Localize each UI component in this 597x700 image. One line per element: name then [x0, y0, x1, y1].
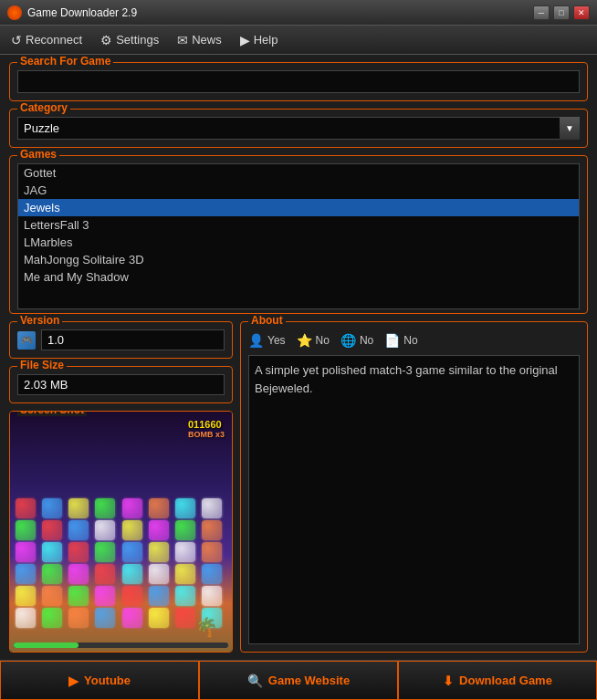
doc-icon: 📄 [384, 333, 400, 348]
version-icon: 🎮 [17, 331, 36, 350]
gem-cell [68, 498, 89, 518]
menu-news[interactable]: ✉ News [170, 29, 229, 51]
game-item[interactable]: LMarbles [18, 234, 579, 251]
gem-cell [95, 542, 115, 562]
reconnect-icon: ↺ [11, 33, 22, 47]
maximize-button[interactable]: □ [553, 5, 570, 20]
gem-cell [16, 586, 36, 606]
gem-cell [95, 586, 115, 606]
title-bar-controls: ─ □ ✕ [533, 5, 590, 20]
help-icon: ▶ [240, 33, 250, 47]
gem-cell [42, 520, 62, 540]
screenshot-canvas: 011660 BOMB x3 🌴 [10, 412, 232, 652]
close-button[interactable]: ✕ [573, 5, 590, 20]
btn-icon: 🔍 [247, 674, 263, 688]
gem-cell [16, 608, 36, 628]
version-input-wrapper: 🎮 [17, 329, 225, 350]
gem-cell [95, 564, 115, 584]
game-item[interactable]: MahJongg Solitaire 3D [18, 251, 579, 268]
about-icon-label: No [360, 334, 373, 347]
about-group: About 👤Yes⭐No🌐No📄No A simple yet polishe… [240, 321, 588, 653]
screenshot-label: Screen Shot [17, 411, 87, 416]
category-select-wrapper: Puzzle Action Arcade Strategy RPG Sports… [17, 113, 580, 140]
gem-cell [149, 542, 169, 562]
games-list[interactable]: GottetJAGJewelsLettersFall 3LMarblesMahJ… [17, 163, 580, 309]
version-input[interactable] [41, 329, 225, 350]
game-item[interactable]: Jewels [18, 199, 579, 216]
person-icon: 👤 [248, 333, 264, 348]
about-icon-item: 👤Yes [248, 333, 286, 348]
gem-cell [16, 542, 36, 562]
app-icon [7, 5, 22, 20]
game-item[interactable]: Me and My Shadow [18, 268, 579, 286]
menu-help-label: Help [254, 33, 278, 47]
game-item[interactable]: LettersFall 3 [18, 216, 579, 234]
game-item[interactable]: Gottet [18, 164, 579, 182]
settings-icon: ⚙ [100, 33, 112, 47]
gem-cell [68, 520, 89, 540]
left-panel: Version 🎮 File Size Screen Shot 011660 B… [9, 321, 233, 653]
gem-cell [42, 498, 62, 518]
search-input[interactable] [17, 70, 580, 93]
score-overlay: 011660 BOMB x3 [188, 419, 225, 439]
news-icon: ✉ [177, 33, 188, 47]
btn-icon: ▶ [68, 674, 79, 688]
downloadgame-btn[interactable]: ⬇Download Game [398, 661, 597, 700]
btn-label: Youtube [84, 674, 131, 687]
search-label: Search For Game [17, 55, 113, 68]
menu-settings[interactable]: ⚙ Settings [93, 29, 166, 51]
gem-cell [149, 498, 169, 518]
title-bar: Game Downloader 2.9 ─ □ ✕ [0, 0, 597, 26]
bottom-buttons: ▶Youtube🔍Game Website⬇Download Game [0, 660, 597, 700]
youtube-btn[interactable]: ▶Youtube [0, 661, 199, 700]
game-item[interactable]: JAG [18, 182, 579, 199]
menu-bar: ↺ Reconnect ⚙ Settings ✉ News ▶ Help [0, 26, 597, 55]
title-bar-text: Game Downloader 2.9 [27, 6, 533, 19]
about-icon-label: No [403, 334, 417, 347]
category-select[interactable]: Puzzle Action Arcade Strategy RPG Sports [17, 117, 580, 140]
btn-icon: ⬇ [443, 674, 454, 688]
gem-cell [16, 520, 36, 540]
right-panel: About 👤Yes⭐No🌐No📄No A simple yet polishe… [240, 321, 588, 653]
filesize-input[interactable] [17, 374, 225, 395]
gem-cell [175, 542, 195, 562]
gem-cell [95, 608, 115, 628]
gem-cell [68, 564, 89, 584]
gem-cell [175, 586, 195, 606]
globe-icon: 🌐 [340, 333, 356, 348]
gamewebsite-btn[interactable]: 🔍Game Website [199, 661, 398, 700]
gem-cell [122, 608, 142, 628]
gem-cell [202, 564, 222, 584]
gem-cell [175, 608, 195, 628]
main-content: Search For Game Category Puzzle Action A… [0, 55, 597, 660]
gem-cell [122, 586, 142, 606]
games-label: Games [17, 148, 59, 161]
palm-tree-icon: 🌴 [195, 616, 218, 638]
menu-reconnect[interactable]: ↺ Reconnect [4, 29, 89, 51]
gem-cell [95, 520, 115, 540]
gem-cell [122, 564, 142, 584]
menu-settings-label: Settings [116, 33, 159, 47]
screenshot-group: Screen Shot 011660 BOMB x3 🌴 [9, 411, 233, 653]
gem-cell [122, 520, 142, 540]
version-label: Version [17, 314, 62, 327]
minimize-button[interactable]: ─ [533, 5, 550, 20]
menu-news-label: News [192, 33, 222, 47]
about-icon-item: 🌐No [340, 333, 373, 348]
about-icons-row: 👤Yes⭐No🌐No📄No [248, 329, 580, 351]
category-group: Category Puzzle Action Arcade Strategy R… [9, 109, 588, 148]
gem-cell [16, 498, 36, 518]
menu-help[interactable]: ▶ Help [233, 29, 286, 51]
gem-cell [149, 586, 169, 606]
games-group: Games GottetJAGJewelsLettersFall 3LMarbl… [9, 155, 588, 314]
gem-grid [10, 493, 232, 633]
bomb-label: BOMB x3 [188, 430, 225, 439]
gem-cell [149, 608, 169, 628]
about-icon-item: ⭐No [297, 333, 330, 348]
progress-bar-fill [14, 643, 79, 648]
version-group: Version 🎮 [9, 321, 233, 359]
filesize-label: File Size [17, 359, 67, 371]
gem-cell [149, 564, 169, 584]
bottom-row: Version 🎮 File Size Screen Shot 011660 B… [9, 321, 588, 653]
gem-cell [175, 498, 195, 518]
